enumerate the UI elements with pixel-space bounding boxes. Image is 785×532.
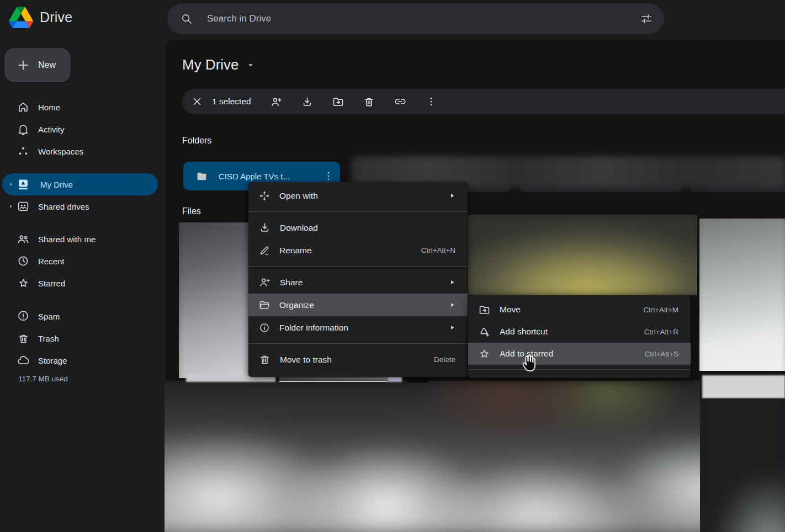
file-card-thumbnail[interactable] [468,215,697,295]
menu-item-label: Open with [279,191,443,201]
menu-item-label: Rename [279,246,415,256]
menu-divider [248,343,468,344]
sidebar-item-shared-with-me[interactable]: Shared with me [0,228,161,250]
star-icon [478,348,491,360]
sidebar-item-label: Recent [38,257,65,266]
menu-item-share[interactable]: Share [248,271,468,294]
menu-item-label: Add to starred [500,349,638,359]
menu-shortcut: Ctrl+Alt+S [644,350,678,358]
menu-item-folder-information[interactable]: Folder information [248,316,468,339]
file-card-thumbnail[interactable] [179,222,248,378]
drive-app-window: Drive Search in Drive New Home Activity … [0,0,785,532]
submenu-item-move[interactable]: Move Ctrl+Alt+M [468,299,691,321]
menu-item-download[interactable]: Download [248,216,468,239]
menu-item-move-to-trash[interactable]: Move to trash Delete [248,348,468,371]
sidebar-item-recent[interactable]: Recent [0,250,161,272]
sidebar-item-activity[interactable]: Activity [0,118,161,140]
expand-caret-icon[interactable] [8,204,14,209]
menu-divider [248,211,468,212]
menu-shortcut: Delete [434,355,455,364]
menu-item-open-with[interactable]: Open with [248,184,468,207]
clock-icon [17,254,30,268]
folder-icon [195,170,208,183]
breadcrumb-my-drive[interactable]: My Drive [182,56,256,73]
menu-shortcut: Ctrl+Alt+R [644,328,678,336]
trash-icon[interactable] [363,95,375,108]
page-title: My Drive [182,56,239,73]
sidebar-item-label: Shared drives [38,202,89,211]
submenu-item-add-to-starred[interactable]: Add to starred Ctrl+Alt+S [468,343,691,365]
plus-icon [16,58,30,72]
file-card-fragment [279,381,388,382]
menu-item-label: Move to trash [280,355,427,365]
folder-move-icon[interactable] [332,95,344,108]
menu-shortcut: Ctrl+Alt+M [643,306,678,314]
selection-toolbar: 1 selected [182,89,785,114]
menu-shortcut: Ctrl+Alt+N [421,246,455,254]
new-button[interactable]: New [4,48,71,82]
files-row-blurred[interactable] [165,381,700,532]
sidebar-item-storage[interactable]: Storage [0,349,161,371]
submenu-arrow-icon [449,193,455,199]
menu-divider [248,266,468,267]
new-button-label: New [38,60,56,70]
brand-header: Drive [9,7,72,28]
tune-filter-icon[interactable] [640,12,653,25]
selected-count: 1 selected [212,97,251,107]
menu-item-organize[interactable]: Organize [248,294,468,316]
sidebar-item-label: Workspaces [38,147,83,156]
more-vert-icon[interactable] [425,95,437,108]
context-menu: Open with Download Rename Ctrl+Alt+N Sha… [248,182,468,377]
my-drive-icon [17,178,30,191]
file-card-thumbnail[interactable] [699,219,785,371]
submenu-arrow-icon [449,302,455,308]
spam-icon [17,310,30,323]
cloud-icon [17,354,30,367]
add-shortcut-icon [478,326,491,338]
folder-chip-name: CISD Apple TVs t... [219,172,322,181]
download-icon[interactable] [301,95,314,108]
search-bar[interactable]: Search in Drive [167,3,664,34]
menu-item-rename[interactable]: Rename Ctrl+Alt+N [248,239,468,262]
sidebar-item-label: Starred [38,279,65,288]
sidebar-item-label: Shared with me [38,235,96,244]
workspaces-icon [17,145,30,158]
download-icon [258,221,271,234]
menu-divider [468,369,691,370]
drive-logo-icon [9,7,33,28]
info-icon [258,322,270,334]
sidebar-item-shared-drives[interactable]: Shared drives [0,195,161,217]
sidebar-item-label: Storage [38,356,67,365]
sidebar-item-label: Trash [38,334,59,343]
sidebar-item-label: Activity [38,125,65,134]
chevron-down-icon [246,60,256,70]
person-add-icon [258,276,271,289]
menu-item-label: Share [280,278,443,288]
sidebar-item-workspaces[interactable]: Workspaces [0,140,161,162]
expand-caret-icon[interactable] [8,182,14,187]
trash-icon [258,353,271,366]
organize-submenu: Move Ctrl+Alt+M Add shortcut Ctrl+Alt+R … [468,295,691,378]
sidebar-item-label: My Drive [40,180,73,189]
search-placeholder: Search in Drive [207,13,640,24]
sidebar-item-spam[interactable]: Spam [0,305,161,327]
menu-item-label: Folder information [279,323,443,333]
link-icon[interactable] [394,95,407,108]
sidebar-item-my-drive[interactable]: My Drive [2,173,158,195]
sidebar-item-starred[interactable]: Starred [0,272,161,294]
sidebar-item-trash[interactable]: Trash [0,327,161,349]
menu-item-label: Move [500,305,637,315]
more-vert-icon[interactable] [322,170,335,182]
menu-item-label: Organize [279,300,443,310]
submenu-item-add-shortcut[interactable]: Add shortcut Ctrl+Alt+R [468,321,691,343]
person-add-icon[interactable] [270,95,283,108]
search-icon[interactable] [181,13,193,25]
sidebar-item-label: Home [38,103,60,112]
close-icon[interactable] [191,95,203,108]
file-card-blurred [700,398,785,532]
submenu-arrow-icon [449,279,455,285]
star-icon [17,277,30,290]
sidebar-item-home[interactable]: Home [0,96,161,118]
folders-section-label: Folders [182,136,211,146]
file-card-fragment [279,376,388,381]
